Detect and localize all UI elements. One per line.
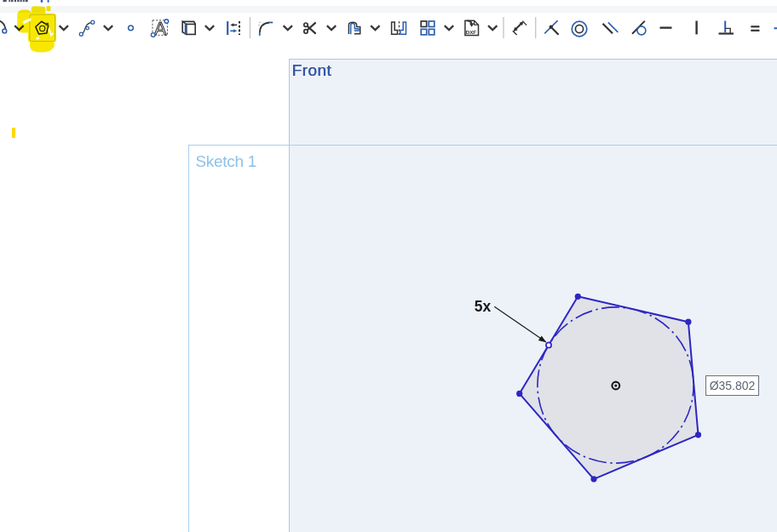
svg-text:5x: 5x	[475, 298, 492, 315]
svg-text:DXF: DXF	[466, 29, 477, 35]
